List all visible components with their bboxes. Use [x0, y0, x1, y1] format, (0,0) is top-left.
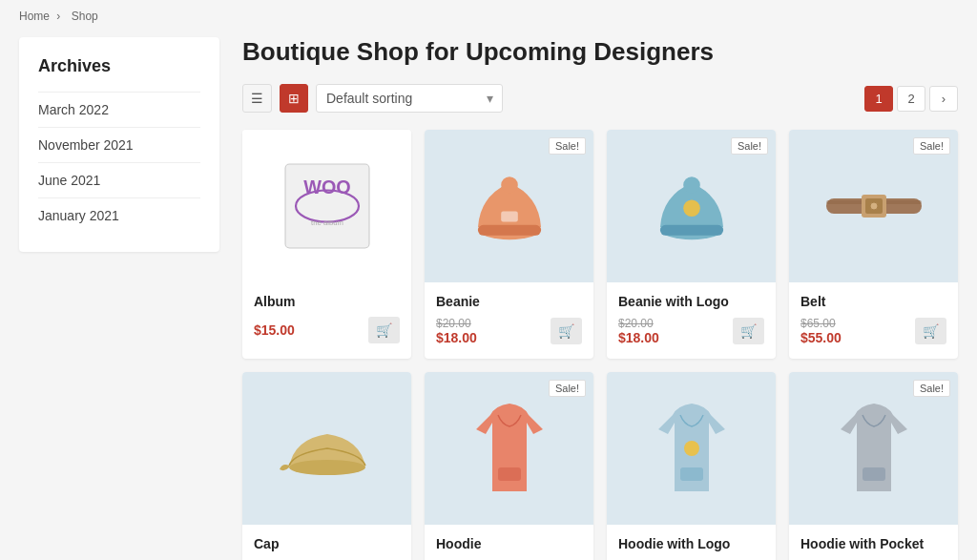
svg-point-16	[870, 202, 878, 210]
product-grid: WOO the album Album $15.00 🛒 Sale!	[242, 130, 958, 560]
product-illustration	[457, 154, 562, 259]
product-card[interactable]: Sale! Hoodie with Pocket	[789, 372, 958, 560]
add-to-cart-button[interactable]: 🛒	[915, 318, 946, 344]
sale-badge: Sale!	[731, 137, 768, 155]
svg-point-17	[289, 460, 365, 475]
page-btn-1[interactable]: 1	[864, 86, 893, 112]
product-image: WOO the album	[242, 130, 411, 282]
sale-badge: Sale!	[549, 137, 586, 155]
product-image: Sale!	[789, 372, 958, 525]
sidebar-item-march-2022[interactable]: March 2022	[38, 92, 200, 127]
product-name: Cap	[254, 536, 400, 551]
product-card[interactable]: Sale! Beanie with Logo $20.00 $18.00 🛒	[607, 130, 776, 359]
product-image: Sale!	[425, 372, 593, 525]
svg-rect-9	[660, 225, 723, 236]
svg-rect-19	[680, 467, 703, 481]
product-image: Sale!	[607, 130, 776, 282]
product-price-single: $15.00	[254, 322, 295, 338]
svg-text:WOO: WOO	[303, 176, 350, 197]
svg-rect-21	[863, 467, 885, 481]
sidebar-item-jan-2021[interactable]: January 2021	[38, 197, 200, 233]
product-card[interactable]: Hoodie with Logo	[607, 372, 776, 560]
product-info: Belt $65.00 $55.00 🛒	[789, 282, 958, 359]
pagination: 12›	[864, 86, 958, 112]
product-info: Hoodie with Pocket	[789, 525, 958, 560]
grid-icon: ⊞	[288, 91, 300, 106]
sidebar-item-june-2021[interactable]: June 2021	[38, 162, 200, 197]
shop-title: Boutique Shop for Upcoming Designers	[242, 37, 958, 67]
product-price-new: $18.00	[436, 330, 477, 345]
svg-point-11	[683, 176, 700, 194]
product-name: Beanie with Logo	[618, 294, 764, 309]
product-card[interactable]: Sale! Beanie $20.00 $18.00 🛒	[425, 130, 593, 359]
product-image	[242, 372, 411, 525]
sidebar-item-nov-2021[interactable]: November 2021	[38, 127, 200, 162]
product-card[interactable]: Sale! Belt $65.00 $55.00 🛒	[789, 130, 958, 359]
svg-point-20	[684, 441, 699, 456]
page-next-button[interactable]: ›	[929, 86, 958, 112]
product-name: Beanie	[436, 294, 582, 309]
sidebar-title: Archives	[38, 56, 200, 76]
product-image	[607, 372, 776, 525]
breadcrumb-current: Shop	[72, 10, 98, 23]
product-illustration	[821, 154, 926, 259]
product-prices: $65.00 $55.00 🛒	[800, 317, 946, 345]
product-info: Cap	[242, 525, 411, 560]
product-info: Beanie $20.00 $18.00 🛒	[425, 282, 593, 359]
list-icon: ☰	[251, 91, 263, 106]
product-image: Sale!	[789, 130, 958, 282]
product-card[interactable]: Sale! Hoodie	[425, 372, 593, 560]
sale-badge: Sale!	[913, 380, 950, 397]
breadcrumb-home[interactable]: Home	[19, 10, 50, 23]
list-view-button[interactable]: ☰	[242, 84, 272, 113]
toolbar: ☰ ⊞ Default sortingSort by popularitySor…	[242, 84, 958, 113]
svg-rect-6	[501, 212, 518, 222]
product-price-old: $20.00	[436, 317, 477, 330]
product-illustration	[821, 396, 926, 501]
svg-point-10	[683, 199, 700, 217]
product-name: Album	[254, 294, 400, 309]
page-btn-2[interactable]: 2	[897, 86, 925, 112]
product-name: Hoodie with Logo	[618, 536, 764, 551]
sort-select[interactable]: Default sortingSort by popularitySort by…	[316, 84, 503, 113]
svg-rect-18	[498, 467, 521, 481]
add-to-cart-button[interactable]: 🛒	[733, 318, 764, 344]
product-info: Album $15.00 🛒	[242, 282, 411, 357]
product-name: Hoodie with Pocket	[800, 536, 946, 551]
svg-text:the album: the album	[311, 218, 343, 227]
product-illustration	[457, 396, 562, 501]
grid-view-button[interactable]: ⊞	[280, 84, 308, 113]
product-info: Hoodie with Logo	[607, 525, 776, 560]
main-content: Boutique Shop for Upcoming Designers ☰ ⊞…	[242, 37, 958, 560]
product-illustration	[275, 396, 380, 501]
product-illustration: WOO the album	[275, 154, 380, 259]
product-price-old: $20.00	[618, 317, 659, 330]
sidebar: Archives March 2022November 2021June 202…	[19, 37, 219, 560]
add-to-cart-button[interactable]: 🛒	[368, 317, 400, 343]
product-price-new: $18.00	[618, 330, 659, 345]
product-prices: $15.00 🛒	[254, 317, 400, 343]
product-image: Sale!	[425, 130, 593, 282]
product-prices: $20.00 $18.00 🛒	[618, 317, 764, 345]
product-price-new: $55.00	[800, 330, 842, 345]
product-price-old: $65.00	[800, 317, 842, 330]
sidebar-list: March 2022November 2021June 2021January …	[38, 92, 200, 233]
product-name: Belt	[800, 294, 946, 309]
toolbar-left: ☰ ⊞ Default sortingSort by popularitySor…	[242, 84, 503, 113]
product-info: Hoodie	[425, 525, 593, 560]
svg-point-7	[501, 176, 518, 194]
product-illustration	[639, 396, 744, 501]
product-illustration	[639, 154, 744, 259]
breadcrumb: Home › Shop	[19, 10, 958, 23]
product-card[interactable]: Cap	[242, 372, 411, 560]
product-info: Beanie with Logo $20.00 $18.00 🛒	[607, 282, 776, 359]
sale-badge: Sale!	[913, 137, 950, 155]
product-card[interactable]: WOO the album Album $15.00 🛒	[242, 130, 411, 359]
add-to-cart-button[interactable]: 🛒	[551, 318, 582, 344]
svg-rect-5	[478, 225, 541, 236]
product-prices: $20.00 $18.00 🛒	[436, 317, 582, 345]
product-name: Hoodie	[436, 536, 582, 551]
sale-badge: Sale!	[549, 380, 586, 397]
